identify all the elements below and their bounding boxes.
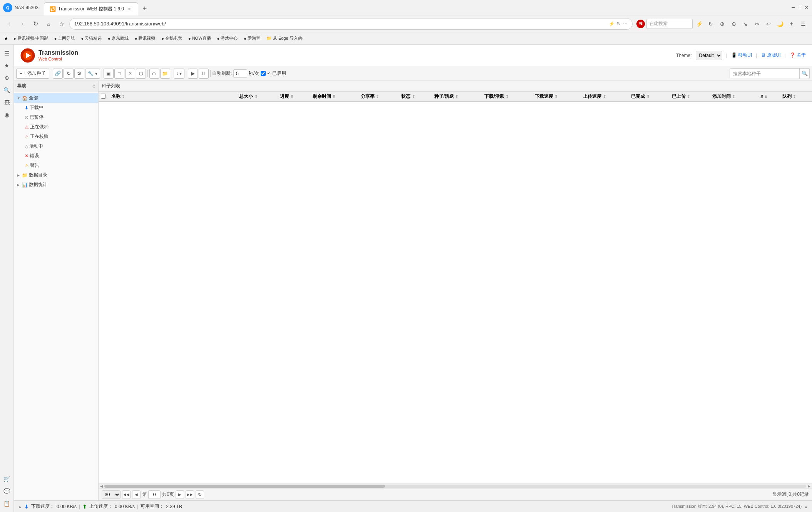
- browser-menu-btn[interactable]: ☰: [798, 19, 808, 29]
- sidebar-icon-1[interactable]: ☰: [2, 48, 12, 59]
- tb-btn-4[interactable]: ⬡: [136, 69, 146, 79]
- prev-page-btn[interactable]: ◀: [132, 490, 141, 499]
- browser-toolbar-icon-3[interactable]: ⊕: [717, 19, 727, 29]
- scroll-track[interactable]: [104, 485, 806, 488]
- browser-toolbar-icon-4[interactable]: ⊙: [729, 19, 739, 29]
- sidebar-icon-3[interactable]: ⊕: [2, 72, 12, 83]
- torrent-table-wrap[interactable]: 名称 ⇕ 总大小 ⇕ 进度 ⇕ 剩余时间 ⇕: [99, 92, 812, 483]
- sidebar-icon-5[interactable]: 🖼: [2, 97, 12, 108]
- tb-btn-3[interactable]: ✕: [125, 69, 135, 79]
- tb-btn-6[interactable]: 📁: [160, 69, 170, 79]
- col-progress[interactable]: 进度 ⇕: [277, 92, 310, 102]
- play-btn[interactable]: ▶: [188, 69, 198, 79]
- browser-toolbar-icon-1[interactable]: ⚡: [694, 19, 704, 29]
- bookmark-item-0[interactable]: ● 腾讯视频·中国影: [11, 35, 51, 42]
- more-addr-icon[interactable]: ⋯: [623, 21, 628, 27]
- scroll-right-btn[interactable]: ▶: [808, 484, 810, 488]
- theme-select[interactable]: Default: [696, 51, 722, 60]
- settings-btn[interactable]: ⚙: [74, 69, 84, 79]
- col-status[interactable]: 状态 ⇕: [398, 92, 431, 102]
- browser-toolbar-icon-6[interactable]: ✂: [752, 19, 762, 29]
- tb-btn-5[interactable]: 🗀: [149, 69, 159, 79]
- window-minimize-btn[interactable]: −: [791, 4, 795, 11]
- tab-close-btn[interactable]: ✕: [126, 6, 132, 12]
- sidebar-icon-2[interactable]: ★: [2, 60, 12, 71]
- tb-btn-2[interactable]: □: [114, 69, 124, 79]
- status-collapse-left[interactable]: ▲: [18, 504, 22, 509]
- speed-limit-btn[interactable]: ↕ ▾: [174, 69, 184, 79]
- h-scrollbar[interactable]: ◀ ▶: [99, 483, 812, 488]
- nav-item-datadir[interactable]: ▶ 📁 数据目录: [14, 170, 98, 180]
- col-hash[interactable]: # ⇕: [757, 92, 779, 102]
- col-dl-speed[interactable]: 下载速度 ⇕: [532, 92, 580, 102]
- nav-item-checking[interactable]: ⚠ 正在校验: [14, 132, 98, 141]
- page-input[interactable]: [148, 490, 161, 499]
- col-seeds[interactable]: 种子/活跃 ⇕: [431, 92, 482, 102]
- nav-item-seeding[interactable]: ⚠ 正在做种: [14, 122, 98, 132]
- refresh-list-btn[interactable]: ↻: [196, 490, 204, 499]
- search-torrent-btn[interactable]: 🔍: [799, 69, 809, 79]
- next-page-btn[interactable]: ▶: [176, 490, 184, 499]
- last-page-btn[interactable]: ▶▶: [186, 490, 194, 499]
- new-tab-button[interactable]: +: [139, 3, 151, 15]
- bookmark-item-8[interactable]: ● 爱淘宝: [241, 35, 263, 42]
- browser-toolbar-icon-9[interactable]: +: [787, 19, 797, 29]
- auto-refresh-input[interactable]: [233, 69, 247, 78]
- search-torrent-input[interactable]: [730, 69, 799, 79]
- sidebar-icon-9[interactable]: 📋: [2, 498, 12, 509]
- col-queue[interactable]: 队列 ⇕: [779, 92, 812, 102]
- bookmark-item-4[interactable]: ● 腾讯视频: [132, 35, 158, 42]
- browser-toolbar-icon-5[interactable]: ↘: [740, 19, 750, 29]
- auto-refresh-check[interactable]: ✓ 已启用: [261, 70, 286, 77]
- tb-btn-1[interactable]: ▣: [104, 69, 114, 79]
- col-ul-speed[interactable]: 上传速度 ⇕: [580, 92, 628, 102]
- bookmark-item-1[interactable]: ● 上网导航: [52, 35, 78, 42]
- bookmark-item-3[interactable]: ● 京东商城: [105, 35, 131, 42]
- nav-collapse-btn[interactable]: «: [92, 84, 95, 89]
- window-maximize-btn[interactable]: □: [798, 4, 801, 11]
- browser-toolbar-icon-7[interactable]: ↩: [763, 19, 773, 29]
- nav-item-error[interactable]: ✕ 错误: [14, 151, 98, 161]
- sidebar-icon-7[interactable]: 🛒: [2, 473, 12, 484]
- search-input-wrap[interactable]: 在此搜索: [646, 19, 693, 29]
- more-btn[interactable]: 🔧 ▾: [85, 69, 100, 79]
- sidebar-icon-8[interactable]: 💬: [2, 486, 12, 497]
- first-page-btn[interactable]: ◀◀: [122, 490, 131, 499]
- mobile-ui-link[interactable]: 📱 移动UI: [731, 52, 752, 59]
- browser-toolbar-icon-2[interactable]: ↻: [706, 19, 716, 29]
- nav-item-paused[interactable]: ⊙ 已暂停: [14, 112, 98, 122]
- bookmark-item-5[interactable]: ● 企鹅电竞: [159, 35, 185, 42]
- active-tab[interactable]: 🔁 Transmission WEB 控制器 1.6.0 ✕: [44, 2, 138, 15]
- nav-home-btn[interactable]: ⌂: [43, 18, 54, 29]
- scroll-left-btn[interactable]: ◀: [100, 484, 103, 488]
- bookmark-item-7[interactable]: ● 游戏中心: [214, 35, 241, 42]
- bookmark-item-9[interactable]: 📁 从 Edge 导入的·: [264, 35, 306, 42]
- nav-forward-btn[interactable]: ›: [17, 18, 28, 29]
- address-input[interactable]: 192.168.50.103:49091/transmission/web/ ⚡…: [69, 18, 633, 30]
- sidebar-icon-4[interactable]: 🔍: [2, 85, 12, 96]
- col-uploaded[interactable]: 已上传 ⇕: [669, 92, 709, 102]
- auto-refresh-checkbox[interactable]: [261, 71, 266, 76]
- nav-refresh-btn[interactable]: ↻: [30, 18, 41, 29]
- bookmark-item-2[interactable]: ● 天猫精选: [78, 35, 104, 42]
- nav-item-datastats[interactable]: ▶ 📊 数据统计: [14, 180, 98, 190]
- scroll-thumb[interactable]: [104, 485, 385, 488]
- help-link[interactable]: ❓ 关于: [790, 52, 806, 59]
- nav-item-downloading[interactable]: ⬇ 下载中: [14, 103, 98, 112]
- refresh-addr-icon[interactable]: ↻: [617, 21, 621, 27]
- col-checkbox[interactable]: [99, 92, 108, 102]
- status-collapse-right[interactable]: ▲: [804, 504, 808, 509]
- refresh-btn[interactable]: ↻: [64, 69, 74, 79]
- page-size-select[interactable]: 30 10 20 50 100: [102, 490, 121, 499]
- bookmark-item-6[interactable]: ● NOW直播: [186, 35, 214, 42]
- col-added[interactable]: 添加时间 ⇕: [709, 92, 757, 102]
- nav-back-btn[interactable]: ‹: [4, 18, 15, 29]
- nav-item-active[interactable]: ◇ 活动中: [14, 141, 98, 151]
- nav-item-all[interactable]: ▼ 🏠 全部: [14, 93, 98, 103]
- sidebar-icon-6[interactable]: ◉: [2, 109, 12, 120]
- col-done[interactable]: 已完成 ⇕: [628, 92, 668, 102]
- col-peers[interactable]: 下载/活跃 ⇕: [481, 92, 532, 102]
- nav-item-warning[interactable]: ⚠ 警告: [14, 161, 98, 170]
- add-url-btn[interactable]: 🔗: [53, 69, 63, 79]
- pause-btn[interactable]: ⏸: [199, 69, 209, 79]
